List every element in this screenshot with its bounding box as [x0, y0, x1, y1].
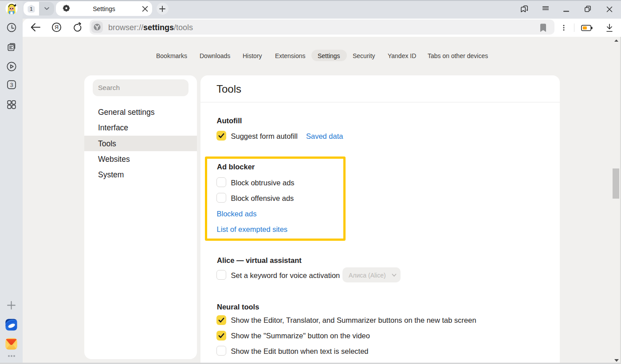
svg-text:Я: Я [54, 24, 58, 31]
svg-text:3: 3 [10, 82, 13, 88]
svg-text:1: 1 [30, 6, 32, 12]
